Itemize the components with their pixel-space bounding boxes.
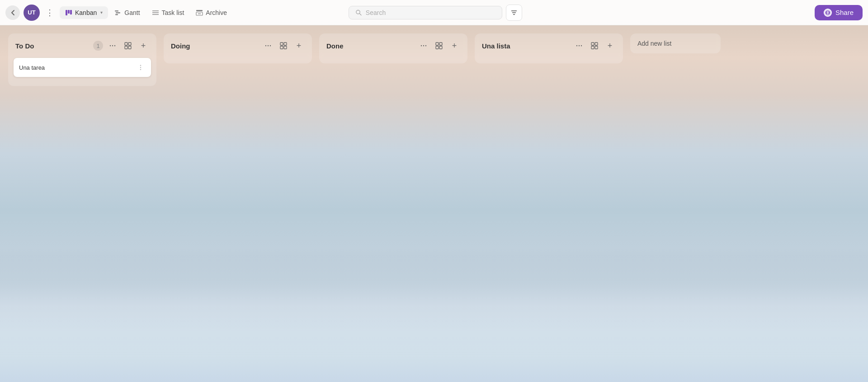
more-dots-icon (265, 43, 271, 49)
svg-rect-5 (115, 14, 118, 15)
tab-tasklist-label: Task list (162, 9, 184, 16)
column-unalista-view[interactable] (589, 40, 600, 52)
column-doing-add[interactable]: + (293, 40, 305, 52)
svg-point-46 (581, 45, 582, 46)
grid-view-icon (124, 42, 132, 49)
column-todo-title: To Do (15, 42, 90, 50)
svg-point-37 (421, 45, 422, 46)
search-icon (355, 9, 362, 16)
more-dots-icon (576, 43, 582, 49)
task-card[interactable]: Una tarea (14, 58, 151, 77)
svg-rect-49 (591, 46, 594, 49)
tab-tasklist[interactable]: Task list (146, 6, 190, 19)
svg-point-31 (268, 45, 269, 46)
board-area: To Do 1 + (0, 25, 868, 382)
svg-point-38 (423, 45, 424, 46)
column-doing-body (164, 56, 312, 63)
svg-rect-41 (439, 43, 442, 45)
column-done-view[interactable] (433, 40, 445, 52)
column-done-title: Done (326, 42, 414, 50)
svg-point-22 (114, 45, 115, 46)
column-unalista-more[interactable] (573, 40, 585, 52)
svg-rect-1 (68, 10, 70, 14)
search-bar (349, 6, 502, 19)
grid-view-icon (435, 42, 443, 49)
back-button[interactable] (5, 5, 20, 20)
tab-kanban[interactable]: Kanban ▾ (60, 6, 108, 19)
column-todo-view[interactable] (122, 40, 134, 52)
svg-rect-24 (128, 43, 131, 45)
svg-point-20 (110, 45, 111, 46)
column-doing: Doing + (164, 33, 312, 63)
svg-rect-35 (280, 46, 283, 49)
column-doing-more[interactable] (262, 40, 274, 52)
column-todo: To Do 1 + (8, 33, 156, 86)
svg-rect-26 (128, 46, 131, 49)
share-label: Share (835, 9, 854, 16)
svg-point-39 (425, 45, 426, 46)
column-done-header: Done + (319, 33, 467, 56)
svg-rect-2 (70, 10, 72, 14)
tab-kanban-label: Kanban (75, 9, 97, 16)
svg-point-44 (576, 45, 577, 46)
svg-rect-9 (196, 10, 203, 11)
share-button[interactable]: Share (815, 5, 863, 20)
column-todo-more[interactable] (107, 40, 118, 52)
column-todo-header: To Do 1 + (8, 33, 156, 56)
column-doing-view[interactable] (278, 40, 289, 52)
svg-point-32 (270, 45, 271, 46)
tasklist-icon (152, 9, 159, 16)
column-done: Done + (319, 33, 467, 63)
svg-line-13 (359, 13, 361, 15)
share-icon (824, 9, 832, 17)
task-title: Una tarea (19, 64, 45, 71)
svg-point-28 (140, 67, 141, 68)
column-unalista-title: Una lista (482, 42, 570, 50)
svg-rect-33 (280, 43, 283, 45)
svg-point-27 (140, 65, 141, 66)
add-list-column: Add new list (630, 33, 721, 53)
more-dots-icon (420, 43, 427, 49)
column-unalista-add[interactable]: + (604, 40, 616, 52)
svg-point-29 (140, 69, 141, 70)
search-input[interactable] (366, 9, 495, 16)
column-unalista: Una lista + (475, 33, 623, 63)
more-options-button[interactable]: ⋮ (43, 6, 56, 19)
more-dots-icon (109, 43, 116, 49)
add-new-list-button[interactable]: Add new list (637, 40, 713, 47)
column-unalista-header: Una lista + (475, 33, 623, 56)
column-doing-title: Doing (171, 42, 259, 50)
svg-rect-47 (591, 43, 594, 45)
column-done-more[interactable] (418, 40, 429, 52)
archive-icon (196, 9, 203, 16)
svg-point-45 (579, 45, 580, 46)
tab-gantt-label: Gantt (124, 9, 140, 16)
svg-rect-3 (115, 10, 118, 12)
column-todo-add[interactable]: + (137, 40, 149, 52)
svg-rect-42 (436, 46, 439, 49)
column-done-add[interactable]: + (448, 40, 460, 52)
tab-gantt[interactable]: Gantt (109, 6, 145, 19)
grid-view-icon (591, 42, 598, 49)
svg-rect-25 (125, 46, 127, 49)
kanban-icon (65, 9, 72, 16)
gantt-icon (114, 9, 122, 16)
grid-view-icon (280, 42, 287, 49)
svg-rect-43 (439, 46, 442, 49)
svg-rect-48 (595, 43, 598, 45)
tab-archive[interactable]: Archive (190, 6, 232, 19)
svg-rect-36 (284, 46, 287, 49)
svg-point-30 (265, 45, 266, 46)
tab-archive-label: Archive (206, 9, 227, 16)
task-more-button[interactable] (136, 62, 146, 72)
filter-button[interactable] (506, 5, 522, 21)
user-avatar[interactable]: UT (24, 5, 40, 21)
task-more-icon (137, 64, 144, 71)
view-tabs: Kanban ▾ Gantt Task (60, 6, 345, 19)
column-unalista-body (475, 56, 623, 63)
svg-rect-50 (595, 46, 598, 49)
svg-rect-0 (66, 10, 67, 15)
filter-icon (510, 9, 518, 16)
svg-point-21 (112, 45, 113, 46)
svg-rect-4 (116, 12, 120, 14)
